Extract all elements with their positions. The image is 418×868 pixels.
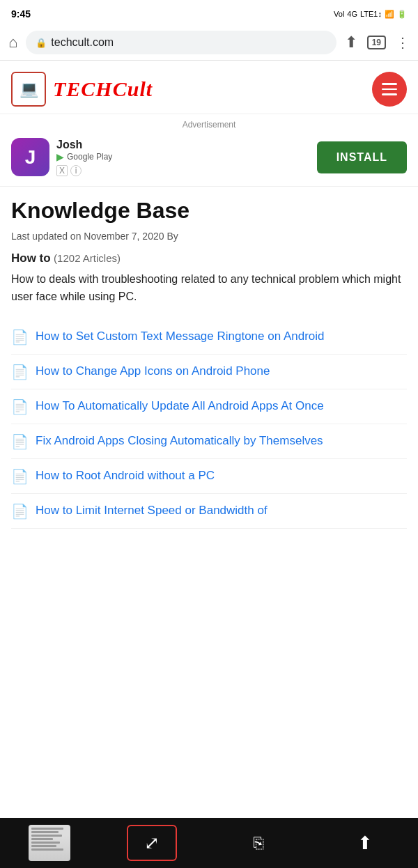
bottom-thumbnail[interactable] bbox=[29, 825, 70, 861]
share-icon[interactable]: ⬆ bbox=[345, 33, 357, 52]
article-doc-icon: 📄 bbox=[11, 329, 29, 346]
play-store-icon: ▶ bbox=[56, 151, 64, 162]
bottom-nav: ⤢ ⎘ ⬆ bbox=[0, 818, 418, 868]
article-link[interactable]: How to Limit Internet Speed or Bandwidth… bbox=[36, 502, 268, 519]
url-text: techcult.com bbox=[51, 36, 114, 49]
site-header: 💻 TECHCult bbox=[0, 61, 418, 114]
ad-label: Advertisement bbox=[11, 120, 407, 130]
ad-app-name: Josh bbox=[56, 139, 112, 151]
menu-line-3 bbox=[382, 93, 397, 95]
last-updated: Last updated on November 7, 2020 By bbox=[11, 231, 407, 242]
thumbnail-preview bbox=[29, 825, 70, 861]
list-item: 📄 How To Automatically Update All Androi… bbox=[11, 389, 407, 424]
menu-button[interactable] bbox=[372, 72, 407, 107]
ad-badges: X i bbox=[56, 165, 112, 176]
category-count: (1202 Articles) bbox=[54, 252, 121, 264]
home-icon[interactable]: ⌂ bbox=[8, 33, 17, 52]
ad-app-letter: J bbox=[25, 146, 36, 169]
share-button[interactable]: ⬆ bbox=[340, 825, 390, 861]
battery-icon: 🔋 bbox=[397, 10, 407, 19]
browser-actions: ⬆ 19 ⋮ bbox=[345, 33, 410, 52]
url-bar[interactable]: 🔒 techcult.com bbox=[26, 31, 336, 54]
lte-icon: LTE1↕ bbox=[360, 10, 382, 18]
ad-app-details: Josh ▶ Google Play X i bbox=[56, 139, 112, 176]
ad-install-button[interactable]: INSTALL bbox=[317, 141, 407, 173]
tab-count-button[interactable]: 19 bbox=[367, 36, 386, 49]
category-heading: How to (1202 Articles) bbox=[11, 251, 407, 265]
article-doc-icon: 📄 bbox=[11, 398, 29, 415]
logo-tech: TECH bbox=[53, 77, 113, 100]
category-description: How to deals with troubleshooting relate… bbox=[11, 271, 407, 306]
article-doc-icon: 📄 bbox=[11, 468, 29, 485]
edit-button[interactable]: ⎘ bbox=[233, 825, 284, 861]
article-doc-icon: 📄 bbox=[11, 503, 29, 520]
browser-bar: ⌂ 🔒 techcult.com ⬆ 19 ⋮ bbox=[0, 25, 418, 61]
logo-icon: 💻 bbox=[11, 72, 46, 107]
list-item: 📄 How to Change App Icons on Android Pho… bbox=[11, 355, 407, 389]
article-link[interactable]: How to Root Android without a PC bbox=[36, 467, 215, 484]
ad-section: Advertisement J Josh ▶ Google Play X i I… bbox=[0, 114, 418, 187]
menu-line-1 bbox=[382, 83, 397, 85]
logo-cult: Cult bbox=[113, 77, 153, 100]
ad-store-name: Google Play bbox=[67, 152, 112, 162]
ad-app-store: ▶ Google Play bbox=[56, 151, 112, 162]
ad-banner: J Josh ▶ Google Play X i INSTALL bbox=[11, 134, 407, 180]
list-item: 📄 How to Limit Internet Speed or Bandwid… bbox=[11, 494, 407, 529]
vol-icon: Vol bbox=[334, 10, 344, 18]
menu-line-2 bbox=[382, 88, 397, 91]
article-doc-icon: 📄 bbox=[11, 433, 29, 450]
status-right-icons: Vol 4G LTE1↕ 📶 🔋 bbox=[334, 10, 407, 19]
article-doc-icon: 📄 bbox=[11, 364, 29, 380]
more-options-icon[interactable]: ⋮ bbox=[396, 34, 410, 51]
ad-info-button[interactable]: i bbox=[70, 165, 82, 176]
share-bottom-icon: ⬆ bbox=[357, 832, 373, 854]
article-link[interactable]: How to Change App Icons on Android Phone bbox=[36, 363, 270, 380]
article-link[interactable]: How to Set Custom Text Message Ringtone … bbox=[36, 328, 325, 345]
list-item: 📄 How to Root Android without a PC bbox=[11, 459, 407, 494]
category-name: How to bbox=[11, 251, 51, 265]
article-list: 📄 How to Set Custom Text Message Rington… bbox=[11, 320, 407, 529]
signal-icon: 📶 bbox=[385, 10, 394, 19]
edit-icon: ⎘ bbox=[254, 833, 263, 853]
article-link[interactable]: Fix Android Apps Closing Automatically b… bbox=[36, 433, 323, 449]
article-link[interactable]: How To Automatically Update All Android … bbox=[36, 398, 324, 414]
page-title: Knowledge Base bbox=[11, 198, 407, 224]
network-icon: 4G bbox=[347, 10, 357, 18]
expand-icon: ⤢ bbox=[144, 832, 160, 854]
main-content: Knowledge Base Last updated on November … bbox=[0, 187, 418, 529]
expand-button[interactable]: ⤢ bbox=[127, 825, 177, 861]
logo-area: 💻 TECHCult bbox=[11, 72, 153, 107]
status-bar: 9:45 Vol 4G LTE1↕ 📶 🔋 bbox=[0, 0, 418, 25]
list-item: 📄 Fix Android Apps Closing Automatically… bbox=[11, 424, 407, 459]
ad-app-icon: J bbox=[11, 138, 49, 176]
logo-text: TECHCult bbox=[53, 77, 153, 101]
lock-icon: 🔒 bbox=[36, 38, 47, 48]
status-time: 9:45 bbox=[11, 8, 31, 20]
ad-close-button[interactable]: X bbox=[56, 165, 68, 176]
ad-app-info: J Josh ▶ Google Play X i bbox=[11, 138, 112, 176]
list-item: 📄 How to Set Custom Text Message Rington… bbox=[11, 320, 407, 355]
